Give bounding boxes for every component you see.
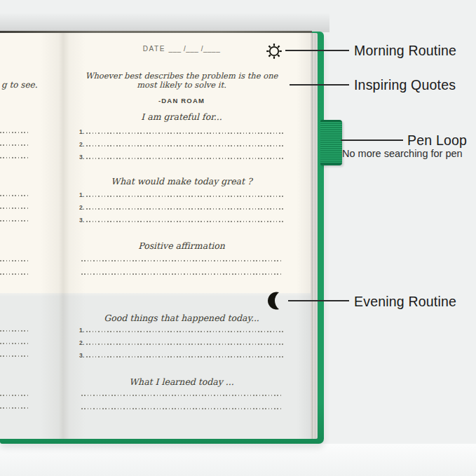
- left-page-dotted-line: [0, 407, 30, 409]
- numbered-entry-row: 3.: [79, 210, 284, 223]
- book-top-shadow: [0, 13, 329, 32]
- row-number: 3.: [79, 217, 86, 224]
- left-page-dotted-line: [0, 208, 30, 209]
- moon-icon: [267, 292, 280, 310]
- dotted-entry-line: [81, 408, 282, 409]
- numbered-entry-row: 1.: [79, 122, 284, 135]
- left-page-dotted-line: [0, 132, 30, 133]
- numbered-entry-row: 3.: [79, 346, 284, 358]
- dotted-entry-line: [86, 331, 284, 332]
- dotted-entry-line: [86, 356, 284, 358]
- page-right-shade: [297, 32, 311, 439]
- affirmation-lines: [79, 260, 284, 287]
- pen-loop-subtitle: No more searching for pen: [342, 148, 463, 159]
- row-number: 3.: [79, 353, 86, 359]
- dotted-entry-line: [86, 158, 284, 159]
- left-page-dotted-line: [0, 195, 30, 196]
- date-blanks: ___ /___ /____: [168, 45, 220, 53]
- dotted-entry-line: [86, 344, 284, 345]
- morning-routine-leader-line: [285, 50, 349, 51]
- right-page: DATE ___ /___ /____ Whoever best describ…: [79, 32, 284, 439]
- today-great-rows: 1. 2. 3.: [79, 185, 284, 223]
- row-number: 2.: [79, 142, 86, 148]
- left-page-dotted-line: [0, 330, 30, 332]
- left-page-dotted-line: [0, 144, 30, 146]
- row-number: 1.: [79, 129, 86, 135]
- numbered-entry-row: 2.: [79, 333, 284, 346]
- left-page-dotted-line: [0, 343, 30, 344]
- left-page-dotted-line: [0, 260, 30, 261]
- dotted-entry-line: [86, 196, 284, 197]
- dotted-entry-line: [81, 395, 282, 396]
- section-title-grateful: I am grateful for...: [79, 111, 284, 122]
- date-field: DATE ___ /___ /____: [79, 45, 284, 53]
- pen-loop-leader-line: [341, 140, 403, 141]
- date-label: DATE: [143, 45, 165, 53]
- evening-routine-leader-line: [288, 300, 349, 301]
- sun-icon: [266, 43, 283, 60]
- page-top-edge: [0, 31, 312, 33]
- row-number: 1.: [79, 192, 86, 198]
- morning-routine-label: Morning Routine: [354, 43, 456, 59]
- evening-routine-label: Evening Routine: [354, 294, 456, 310]
- quote-author: -DAN ROAM: [79, 97, 284, 104]
- pen-loop: [320, 120, 342, 165]
- numbered-entry-row: 1.: [79, 185, 284, 198]
- left-page-dotted-line: [0, 355, 30, 357]
- numbered-entry-row: 3.: [79, 147, 284, 160]
- section-title-learned: What I learned today ...: [79, 376, 284, 387]
- pen-loop-label: Pen Loop: [407, 132, 467, 149]
- numbered-entry-row: 1.: [79, 320, 284, 333]
- dotted-entry-line: [81, 260, 282, 261]
- product-feature-image: g to see. DATE ___ /___ /____ Whoeve: [0, 0, 476, 476]
- left-page-dotted-line: [0, 220, 30, 222]
- dotted-entry-line: [86, 132, 284, 134]
- good-things-rows: 1. 2. 3.: [79, 320, 284, 358]
- quote-line-2: most likely to solve it.: [79, 81, 284, 90]
- inspiring-quotes-label: Inspiring Quotes: [354, 77, 456, 93]
- row-number: 3.: [79, 154, 86, 161]
- dotted-entry-line: [86, 145, 284, 147]
- numbered-entry-row: 2.: [79, 135, 284, 147]
- numbered-entry-row: 2.: [79, 198, 284, 210]
- left-page-fragment-text: g to see.: [1, 80, 38, 90]
- left-page-dotted-line: [0, 157, 30, 158]
- left-page-dotted-line: [0, 273, 30, 275]
- dotted-entry-line: [81, 273, 282, 275]
- learned-lines: [79, 395, 284, 421]
- section-title-affirmation: Positive affirmation: [79, 240, 284, 251]
- background-bottom-light: [0, 444, 476, 476]
- row-number: 1.: [79, 327, 86, 334]
- row-number: 2.: [79, 205, 86, 211]
- inspiring-quotes-leader-line: [290, 84, 349, 86]
- open-pages: g to see. DATE ___ /___ /____ Whoeve: [0, 32, 311, 439]
- dotted-entry-line: [86, 221, 284, 222]
- dotted-entry-line: [86, 208, 284, 210]
- row-number: 2.: [79, 340, 86, 346]
- inspiring-quote: Whoever best describes the problem is th…: [79, 72, 284, 90]
- notebook: g to see. DATE ___ /___ /____ Whoeve: [0, 32, 324, 444]
- grateful-rows: 1. 2. 3.: [79, 122, 284, 160]
- left-page-dotted-line: [0, 395, 30, 396]
